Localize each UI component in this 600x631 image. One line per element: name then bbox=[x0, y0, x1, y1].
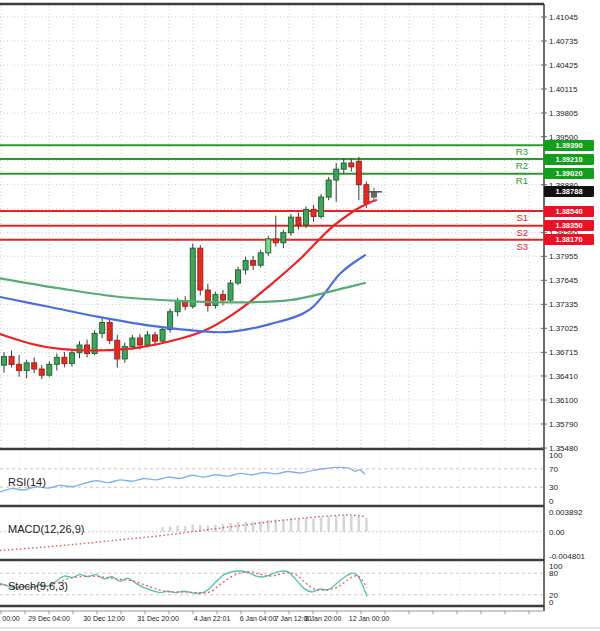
resistance-price-badge: 1.39020 bbox=[544, 168, 594, 179]
resistance-price-badge: 1.39210 bbox=[544, 154, 594, 165]
price-tick-label: 1.41045 bbox=[549, 13, 578, 22]
time-tick-label: 12 Jan 00:00 bbox=[337, 615, 401, 623]
price-tick-label: 1.36100 bbox=[549, 396, 578, 405]
chart-canvas[interactable] bbox=[0, 0, 600, 631]
support-label: S2 bbox=[478, 228, 528, 238]
rsi-tick-label: 70 bbox=[549, 465, 558, 474]
gridlines bbox=[0, 6, 543, 604]
stoch-label: Stoch(9,6,3) bbox=[8, 580, 68, 592]
candlesticks bbox=[2, 157, 377, 379]
price-tick-label: 1.40115 bbox=[549, 85, 577, 94]
support-label: S3 bbox=[478, 242, 528, 252]
macd-tick-label: 0.00 bbox=[549, 528, 565, 537]
price-tick-label: 1.39805 bbox=[549, 109, 578, 118]
price-tick-label: 1.37645 bbox=[549, 276, 578, 285]
rsi-label: RSI(14) bbox=[8, 476, 46, 488]
rsi-panel bbox=[0, 467, 543, 491]
macd-tick-label: -0.004801 bbox=[549, 552, 585, 561]
support-resistance-lines[interactable] bbox=[0, 145, 543, 239]
stoch-tick-label: 0 bbox=[549, 598, 553, 607]
price-tick-label: 1.40735 bbox=[549, 37, 578, 46]
stoch-tick-label: 80 bbox=[549, 569, 558, 578]
price-tick-label: 1.37025 bbox=[549, 324, 578, 333]
resistance-label: R2 bbox=[478, 161, 528, 171]
price-tick-label: 1.37335 bbox=[549, 300, 578, 309]
macd-tick-label: 0.003892 bbox=[549, 508, 582, 517]
support-price-badge: 1.38540 bbox=[544, 206, 594, 217]
support-price-badge: 1.38350 bbox=[544, 220, 594, 231]
stoch-panel bbox=[0, 571, 543, 596]
rsi-tick-label: 100 bbox=[549, 451, 562, 460]
price-tick-label: 1.40425 bbox=[549, 61, 578, 70]
forex-technical-analysis-chart: 1.410451.407351.404251.401151.398051.395… bbox=[0, 0, 600, 631]
current-price-badge: 1.38788 bbox=[544, 186, 594, 197]
price-tick-label: 1.35790 bbox=[549, 420, 578, 429]
price-tick-label: 1.36410 bbox=[549, 372, 578, 381]
resistance-label: R3 bbox=[478, 147, 528, 157]
price-tick-label: 1.37955 bbox=[549, 252, 578, 261]
support-price-badge: 1.38170 bbox=[544, 234, 594, 245]
resistance-label: R1 bbox=[478, 176, 528, 186]
macd-label: MACD(12,26,9) bbox=[8, 523, 84, 535]
support-label: S1 bbox=[478, 213, 528, 223]
price-tick-label: 1.36715 bbox=[549, 348, 578, 357]
rsi-tick-label: 30 bbox=[549, 483, 558, 492]
resistance-price-badge: 1.39390 bbox=[544, 140, 594, 151]
rsi-tick-label: 0 bbox=[549, 497, 553, 506]
